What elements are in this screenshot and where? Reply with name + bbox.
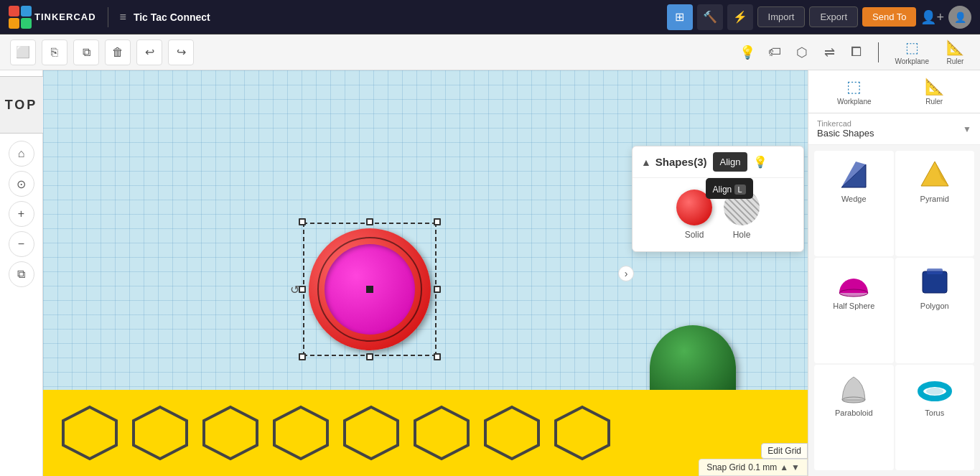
toolbar: ⬜ ⎘ ⧉ 🗑 ↩ ↪ 💡 🏷 ⬡ ⇌ ⧠ ⬚ Workplane 📐 Rule… [0, 34, 980, 70]
sendto-button[interactable]: Send To [862, 7, 916, 27]
new-shape-button[interactable]: ⬜ [10, 39, 36, 65]
shape-card-paraboloid[interactable]: Paraboloid [814, 365, 894, 470]
bulb-button[interactable]: 💡 [736, 41, 759, 64]
category-dropdown-arrow[interactable]: ▼ [963, 124, 971, 134]
simulate-button[interactable]: ⚡ [727, 4, 753, 30]
tinkercad-logo[interactable]: TINKERCAD [9, 6, 96, 29]
grid-view-button[interactable]: ⊞ [667, 4, 693, 30]
note-button[interactable]: 🏷 [763, 41, 786, 64]
project-menu-icon[interactable]: ≡ [120, 11, 126, 24]
edit-grid-button[interactable]: Edit Grid [761, 443, 808, 459]
logo-cell-3 [9, 18, 19, 29]
half-sphere-shape[interactable] [650, 325, 736, 390]
shape-controls: 💡 🏷 ⬡ ⇌ ⧠ [736, 41, 868, 64]
center-dot [366, 286, 373, 293]
half-sphere-body [650, 325, 736, 390]
canvas-area[interactable]: ↺ [43, 70, 808, 476]
hole-label: Hole [733, 230, 751, 240]
svg-marker-4 [345, 407, 398, 459]
resize-handle-tl[interactable] [299, 218, 306, 225]
collapse-triangle-icon: ▲ [641, 157, 651, 168]
zoom-in-button[interactable]: + [9, 201, 34, 227]
svg-marker-7 [556, 407, 609, 459]
pyramid-icon [917, 159, 953, 190]
flip-button[interactable]: ⬡ [790, 41, 813, 64]
hex-6 [409, 404, 474, 462]
panel-collapse-arrow[interactable]: › [618, 266, 634, 281]
svg-point-22 [926, 388, 943, 395]
circle-inner-shape [325, 244, 415, 335]
add-user-icon[interactable]: 👤+ [920, 9, 944, 25]
logo-cell-2 [21, 6, 32, 17]
resize-handle-br[interactable] [434, 353, 441, 360]
align-tooltip: Align L [706, 178, 753, 199]
panel-ruler-btn[interactable]: 📐 Ruler [897, 78, 972, 106]
layers-button[interactable]: ⧉ [9, 261, 34, 287]
home-view-button[interactable]: ⌂ [9, 141, 34, 167]
logo-cell-1 [9, 6, 19, 17]
user-avatar[interactable]: 👤 [948, 6, 971, 29]
align-ctrl-button[interactable]: ⇌ [818, 41, 841, 64]
shapes-grid: Wedge Pyramid Half Sphere [808, 145, 980, 476]
resize-handle-bl[interactable] [299, 353, 306, 360]
paraboloid-icon [836, 373, 872, 404]
copy-button[interactable]: ⎘ [42, 39, 67, 65]
shape-card-pyramid[interactable]: Pyramid [895, 151, 975, 256]
fit-view-button[interactable]: ⊙ [9, 171, 34, 197]
workplane-panel-label: Workplane [837, 98, 872, 106]
ruler-button[interactable]: 📐 Ruler [941, 36, 970, 68]
pyramid-label: Pyramid [920, 195, 949, 203]
ruler-icon: 📐 [946, 39, 964, 56]
wedge-icon [836, 159, 872, 190]
workplane-label: Workplane [895, 57, 929, 65]
undo-button[interactable]: ↩ [136, 39, 162, 65]
polygon-label: Polygon [920, 302, 949, 310]
resize-handle-mr[interactable] [434, 286, 441, 293]
import-button[interactable]: Import [757, 6, 806, 27]
resize-handle-tr[interactable] [434, 218, 441, 225]
snap-decrement-btn[interactable]: ▼ [791, 462, 800, 472]
build-mode-button[interactable]: 🔨 [697, 4, 723, 30]
panel-workplane-btn[interactable]: ⬚ Workplane [817, 78, 892, 106]
delete-button[interactable]: 🗑 [105, 39, 131, 65]
shapes-collapse-btn[interactable]: ▲ Shapes(3) [641, 156, 707, 168]
shape-card-wedge[interactable]: Wedge [814, 151, 894, 256]
resize-handle-ml[interactable] [299, 286, 306, 293]
brand-label: Tinkercad [817, 119, 874, 128]
hex-8 [550, 404, 615, 462]
export-button[interactable]: Export [809, 6, 858, 27]
logo-cell-4 [21, 18, 32, 29]
mirror-button[interactable]: ⧠ [845, 41, 868, 64]
svg-marker-5 [415, 407, 468, 459]
shape-card-polygon[interactable]: Polygon [895, 258, 975, 363]
shapes-light-icon[interactable]: 💡 [753, 155, 767, 169]
hex-1 [57, 404, 122, 462]
svg-rect-18 [927, 269, 943, 274]
selected-shape-group[interactable]: ↺ [309, 228, 431, 350]
redo-button[interactable]: ↪ [168, 39, 194, 65]
status-bar: Snap Grid 0.1 mm ▲ ▼ [699, 459, 808, 476]
shapes-popup: ▲ Shapes(3) Align Align L 💡 So [632, 146, 804, 252]
workplane-icon: ⬚ [905, 39, 919, 56]
align-popup-button[interactable]: Align [713, 152, 748, 172]
shapes-popup-header: ▲ Shapes(3) Align Align L 💡 [633, 146, 803, 178]
svg-marker-11 [921, 162, 948, 186]
align-label: Align [720, 157, 741, 167]
logo-text: TINKERCAD [34, 11, 96, 22]
shape-card-halfsphere[interactable]: Half Sphere [814, 258, 894, 363]
category-name: Basic Shapes [817, 128, 874, 139]
snap-increment-btn[interactable]: ▲ [780, 462, 788, 472]
resize-handle-tm[interactable] [366, 218, 373, 225]
workplane-button[interactable]: ⬚ Workplane [889, 36, 935, 68]
right-panel: ⬚ Workplane 📐 Ruler Tinkercad Basic Shap… [808, 70, 980, 476]
duplicate-button[interactable]: ⧉ [73, 39, 99, 65]
snap-grid-label: Snap Grid [706, 462, 745, 472]
resize-handle-bm[interactable] [366, 353, 373, 360]
view-cube[interactable]: TOP [0, 76, 47, 134]
rotate-handle[interactable]: ↺ [290, 283, 299, 297]
paraboloid-label: Paraboloid [835, 409, 873, 417]
divider [108, 7, 108, 27]
shape-card-torus[interactable]: Torus [895, 365, 975, 470]
shapes-category[interactable]: Tinkercad Basic Shapes ▼ [808, 113, 980, 145]
zoom-out-button[interactable]: − [9, 231, 34, 257]
